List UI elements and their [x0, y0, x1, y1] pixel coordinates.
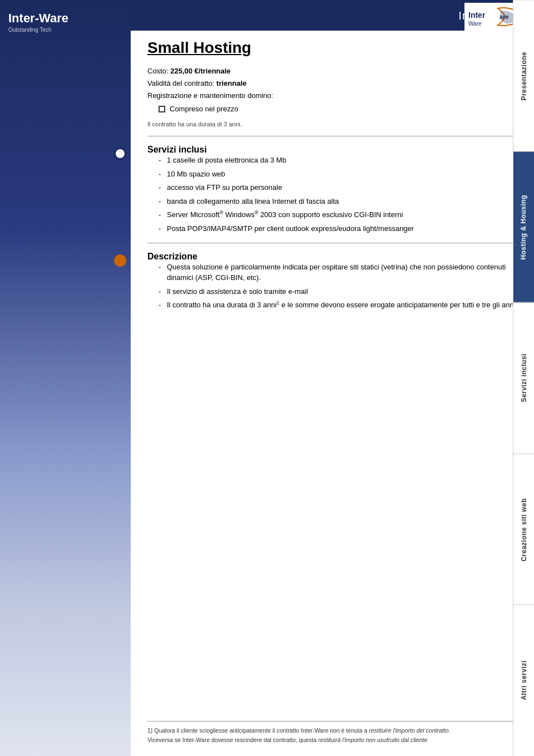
tab-creazione-siti-web[interactable]: Creazione siti web	[513, 454, 534, 605]
list-item: Posta POP3/IMAP4/SMTP per client outlook…	[159, 223, 517, 234]
svg-text:Ware: Ware	[468, 21, 482, 27]
tab-servizi-inclusi[interactable]: Servizi inclusi	[513, 302, 534, 454]
brand-name: Inter-Ware	[8, 11, 122, 26]
validity-label: Validità del contratto:	[147, 79, 214, 87]
registration-label: Registrazione e mantenimento domino:	[147, 91, 273, 100]
svg-text:Inter: Inter	[468, 11, 486, 19]
svg-text:are: are	[500, 13, 509, 20]
description-section: Descrizione Questa soluzione è particola…	[147, 252, 517, 311]
registration-value-row: Compreso nel prezzo	[159, 103, 517, 115]
list-item: Il contratto ha una durata di 3 anni1 e …	[159, 300, 517, 311]
page-title: Small Hosting	[147, 39, 517, 57]
footnote-italic-2: restituirà l'importo non usufruito dal c…	[318, 737, 427, 743]
footnote-line2: Viceversa se Inter-Ware dovesse rescinde…	[147, 735, 517, 745]
services-section: Servizi inclusi 1 caselle di posta elett…	[147, 145, 517, 234]
tab-hosting-housing[interactable]: Hosting & Housing	[513, 151, 534, 303]
bottom-footnote: 1) Qualora il cliente sciogliesse antici…	[147, 721, 517, 745]
registration-value: Compreso nel prezzo	[170, 103, 239, 115]
list-item: banda di collegamento alla linea Interne…	[159, 196, 517, 207]
divider-line	[147, 136, 517, 136]
content-area: Internet Inter Ware are Small Hosting	[131, 0, 534, 756]
services-title: Servizi inclusi	[147, 145, 517, 155]
divider-line-2	[147, 243, 517, 243]
tab-presentazione[interactable]: Presentazione	[513, 0, 534, 151]
left-panel: Inter-Ware Outstanding Tech	[0, 0, 131, 756]
cost-value: 225,00 €/triennale	[170, 67, 230, 75]
validity-row: Validità del contratto: triennale	[147, 77, 517, 90]
description-list: Questa soluzione è particolarmente indic…	[147, 262, 517, 311]
list-item: accesso via FTP su porta personale	[159, 182, 517, 193]
description-title: Descrizione	[147, 252, 517, 262]
footnote-italic-1: estituire l'importo del contratto	[371, 727, 449, 734]
registration-row: Registrazione e mantenimento domino:	[147, 90, 517, 102]
list-item: 1 caselle di posta elettronica da 3 Mb	[159, 155, 517, 166]
services-list: 1 caselle di posta elettronica da 3 Mb 1…	[147, 155, 517, 234]
list-item: 10 Mb spazio web	[159, 169, 517, 180]
footnote-line1: 1) Qualora il cliente sciogliesse antici…	[147, 726, 517, 735]
validity-value: triennale	[216, 79, 246, 87]
tab-altri-servizi[interactable]: Altri servizi	[513, 605, 534, 756]
brand-area: Inter-Ware Outstanding Tech	[0, 0, 131, 44]
cost-label: Costo:	[147, 67, 169, 75]
top-header: Internet Inter Ware are	[131, 0, 534, 31]
checkbox-icon	[159, 106, 165, 112]
list-item: Server Microsoft® Windows® 2003 con supp…	[159, 209, 517, 220]
cost-row: Costo: 225,00 €/triennale	[147, 65, 517, 77]
right-sidebar: Presentazione Hosting & Housing Servizi …	[513, 0, 534, 756]
brand-tagline: Outstanding Tech	[8, 27, 122, 33]
list-item: Il servizio di assistenza è solo tramite…	[159, 286, 517, 297]
footnote-small: Il contratto ha una durata di 3 anni.	[147, 121, 517, 127]
info-section: Costo: 225,00 €/triennale Validità del c…	[147, 65, 517, 115]
description-bullet	[114, 254, 126, 267]
list-item: Questa soluzione è particolarmente indic…	[159, 262, 517, 283]
